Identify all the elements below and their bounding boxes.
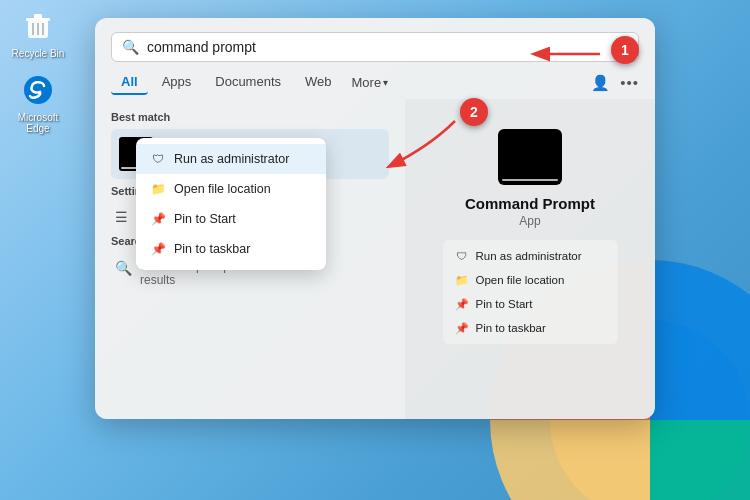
- desktop-icon-edge[interactable]: Microsoft Edge: [8, 72, 68, 134]
- pin-taskbar-icon-ctx: 📌: [150, 241, 166, 257]
- annotation-2: 2: [460, 98, 488, 126]
- tab-documents[interactable]: Documents: [205, 70, 291, 95]
- ctx-pin-start-label: Pin to Start: [174, 212, 236, 226]
- ctx-pin-start[interactable]: 📌 Pin to Start: [136, 204, 326, 234]
- right-app-type: App: [519, 214, 540, 228]
- annotation-1: 1: [611, 36, 639, 64]
- search-icon: 🔍: [122, 39, 139, 55]
- tab-web[interactable]: Web: [295, 70, 342, 95]
- ctx-pin-taskbar-label: Pin to taskbar: [174, 242, 250, 256]
- right-ctx-pin-start[interactable]: 📌 Pin to Start: [443, 292, 618, 316]
- shield-icon-right: 🛡: [455, 249, 469, 263]
- cmd-icon-large: [498, 129, 562, 185]
- more-options-icon[interactable]: •••: [620, 74, 639, 91]
- edge-icon: [20, 72, 56, 108]
- ctx-pin-taskbar[interactable]: 📌 Pin to taskbar: [136, 234, 326, 264]
- chevron-down-icon: ▾: [383, 77, 388, 88]
- person-icon[interactable]: 👤: [591, 74, 610, 92]
- recycle-bin-icon: [20, 8, 56, 44]
- annotation-arrow-2: [370, 116, 470, 176]
- right-ctx-run-admin-label: Run as administrator: [476, 250, 582, 262]
- right-ctx-open-location-label: Open file location: [476, 274, 565, 286]
- right-app-name: Command Prompt: [465, 195, 595, 212]
- svg-point-6: [24, 76, 52, 104]
- edge-label: Microsoft Edge: [8, 112, 68, 134]
- recycle-bin-label: Recycle Bin: [12, 48, 65, 59]
- svg-rect-2: [34, 14, 42, 19]
- right-ctx-open-location[interactable]: 📁 Open file location: [443, 268, 618, 292]
- right-ctx-pin-taskbar-label: Pin to taskbar: [476, 322, 546, 334]
- ctx-open-location[interactable]: 📁 Open file location: [136, 174, 326, 204]
- web-results: results: [140, 273, 175, 287]
- tab-all[interactable]: All: [111, 70, 148, 95]
- web-search-icon: 🔍: [115, 260, 132, 276]
- folder-icon-right: 📁: [455, 273, 469, 287]
- annotation-arrow-1: [525, 44, 605, 64]
- ctx-run-admin[interactable]: 🛡 Run as administrator: [136, 144, 326, 174]
- best-match-section-label: Best match: [111, 111, 389, 123]
- tab-apps[interactable]: Apps: [152, 70, 202, 95]
- settings-execution-icon: ☰: [115, 209, 128, 225]
- context-menu: 🛡 Run as administrator 📁 Open file locat…: [136, 138, 326, 270]
- nav-tabs: All Apps Documents Web More ▾ 👤 •••: [95, 62, 655, 99]
- tab-more[interactable]: More ▾: [346, 71, 395, 94]
- shield-icon-ctx: 🛡: [150, 151, 166, 167]
- nav-right-actions: 👤 •••: [591, 74, 639, 92]
- ctx-run-admin-label: Run as administrator: [174, 152, 289, 166]
- pin-start-icon-ctx: 📌: [150, 211, 166, 227]
- folder-icon-ctx: 📁: [150, 181, 166, 197]
- pin-taskbar-icon-right: 📌: [455, 321, 469, 335]
- right-ctx-run-admin[interactable]: 🛡 Run as administrator: [443, 244, 618, 268]
- right-ctx-pin-taskbar[interactable]: 📌 Pin to taskbar: [443, 316, 618, 340]
- right-ctx-pin-start-label: Pin to Start: [476, 298, 533, 310]
- right-context-menu: 🛡 Run as administrator 📁 Open file locat…: [443, 240, 618, 344]
- pin-start-icon-right: 📌: [455, 297, 469, 311]
- desktop-icon-recycle-bin[interactable]: Recycle Bin: [8, 8, 68, 59]
- more-label: More: [352, 75, 382, 90]
- ctx-open-location-label: Open file location: [174, 182, 271, 196]
